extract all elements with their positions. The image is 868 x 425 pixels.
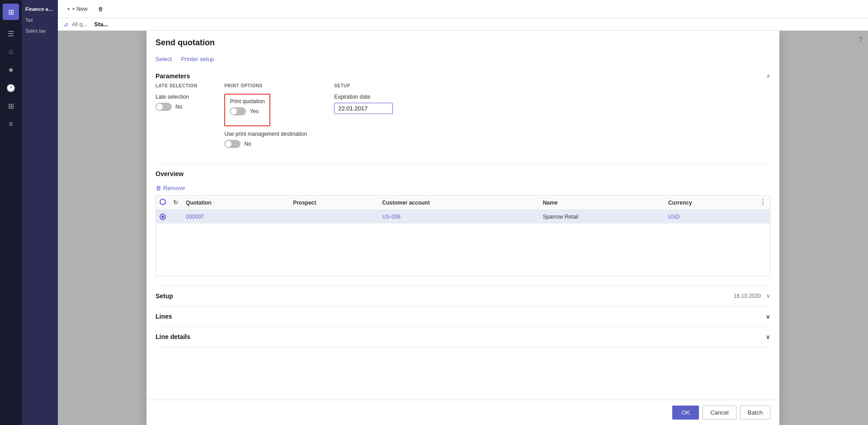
status-label: Sta... [90,21,108,28]
setup-param-group: SETUP Expiration date [334,83,393,154]
refresh-header-icon[interactable]: ↻ [173,199,178,206]
print-options-label: PRINT OPTIONS [224,83,307,88]
nav-recent[interactable]: 🕐 [3,80,19,96]
setup-chevron: ∨ [766,293,770,299]
lines-chevron: ∨ [766,313,770,320]
header-radio[interactable] [160,199,166,205]
table-row[interactable]: 000007 US-008 Sparrow Retail USD [156,210,770,224]
batch-button[interactable]: Batch [740,406,770,420]
quotation-sort-icon: ↑ [213,201,215,205]
row-extra [755,210,770,224]
col-customer-account[interactable]: Customer account [378,196,539,210]
overview-section-header[interactable]: Overview [156,164,770,181]
overview-table-wrapper: ↻ Quotation ↑ Prospect [156,195,770,277]
row-name-cell: Sparrow Retail [539,210,665,224]
nav-hamburger[interactable]: ☰ [3,25,19,42]
col-currency[interactable]: Currency [665,196,755,210]
page-area: ? Send quotation Select Printer setup Pa… [58,31,868,425]
modal-footer: OK Cancel Batch [146,400,779,425]
use-print-management-toggle-label: No [244,141,251,147]
quotation-col-label: Quotation [186,200,212,206]
setup-section-meta: 16.10.2020 ∨ [734,293,770,299]
ok-button[interactable]: OK [672,406,699,420]
tab-select[interactable]: Select [156,53,172,66]
late-selection-group: LATE SELECTION Late selection No [156,83,197,154]
line-details-section-header[interactable]: Line details ∨ [156,327,770,347]
column-options-icon[interactable]: ⋮ [759,199,766,206]
late-selection-toggle[interactable] [156,103,172,111]
print-quotation-box: Print quotation Yes [224,94,270,126]
col-select [156,196,170,210]
setup-date: 16.10.2020 [734,293,761,299]
expiration-date-label: Expiration date [334,94,393,100]
col-quotation[interactable]: Quotation ↑ [182,196,289,210]
parameters-title: Parameters [156,72,190,80]
plus-icon: + [67,6,70,12]
col-dots: ⋮ [755,196,770,210]
line-details-chevron: ∨ [766,334,770,340]
col-refresh: ↻ [170,196,182,210]
nav-list[interactable]: ≡ [3,116,19,132]
row-prospect-cell [289,210,378,224]
col-name[interactable]: Name [539,196,665,210]
row-currency-cell[interactable]: USD [665,210,755,224]
row-select-cell[interactable] [156,210,170,224]
sidebar-left: ⊞ ☰ ⌂ ★ 🕐 ⊞ ≡ [0,0,22,425]
cancel-button[interactable]: Cancel [703,406,736,420]
filter-all-label[interactable]: All q... [72,21,87,28]
delete-button[interactable]: 🗑 [94,4,107,14]
use-print-management-toggle[interactable] [224,140,241,148]
table-header-row: ↻ Quotation ↑ Prospect [156,196,770,210]
use-print-management-label: Use print management destination [224,131,307,137]
overview-section: Overview 🗑 Remove [156,164,770,286]
late-selection-row: Late selection No [156,94,197,111]
overview-table: ↻ Quotation ↑ Prospect [156,196,770,224]
module-title: Finance an... [22,4,58,14]
setup-section-header[interactable]: Setup 16.10.2020 ∨ [156,286,770,306]
help-icon[interactable]: ? [859,36,863,44]
row-quotation-cell[interactable]: 000007 [182,210,289,224]
setup-section-title: Setup [156,292,173,300]
col-prospect[interactable]: Prospect [289,196,378,210]
remove-icon: 🗑 [156,185,161,191]
sidebar-item-sales-tax[interactable]: Sales tax [22,25,58,36]
row-refresh-cell [170,210,182,224]
late-selection-toggle-label: No [175,104,182,110]
main-area: + + New 🗑 ⊿ All q... Sta... ? S [58,0,868,425]
late-selection-field-label: Late selection [156,94,197,100]
line-details-section-title: Line details [156,333,190,340]
setup-section: Setup 16.10.2020 ∨ [156,286,770,306]
print-quotation-toggle[interactable] [230,107,246,115]
overview-actions: 🗑 Remove [156,181,770,195]
parameters-grid: LATE SELECTION Late selection No [156,83,770,163]
filter-icon: ⊿ [63,21,68,28]
lines-section-title: Lines [156,313,172,320]
parameters-chevron: ∧ [766,73,770,79]
sidebar-item-tax[interactable]: Tax [22,14,58,25]
overview-table-area: 🗑 Remove [156,181,770,277]
modal-tabs: Select Printer setup [156,53,770,66]
row-radio[interactable] [160,214,166,220]
remove-button[interactable]: 🗑 Remove [156,185,185,191]
overview-title: Overview [156,170,184,177]
print-options-group: PRINT OPTIONS Print quotation Yes [224,83,307,154]
print-quotation-toggle-row: Yes [230,107,264,115]
new-button[interactable]: + + New [63,4,91,14]
print-quotation-field-label: Print quotation [230,98,264,105]
nav-home[interactable]: ⌂ [3,43,19,60]
use-print-management-toggle-row: No [224,140,307,148]
lines-section: Lines ∨ [156,306,770,327]
nav-modules[interactable]: ⊞ [3,98,19,114]
tab-printer-setup[interactable]: Printer setup [181,53,214,66]
modal-header: Send quotation Select Printer setup [146,31,779,66]
nav-favorites[interactable]: ★ [3,62,19,78]
parameters-section-header[interactable]: Parameters ∧ [156,66,770,83]
sidebar-module: Finance an... Tax Sales tax [22,0,58,425]
row-customer-account-cell[interactable]: US-008 [378,210,539,224]
remove-label: Remove [163,185,185,191]
modal-overlay: ? Send quotation Select Printer setup Pa… [58,31,868,425]
use-print-management-row: Use print management destination No [224,131,307,148]
expiration-date-input[interactable] [334,103,393,114]
lines-section-header[interactable]: Lines ∨ [156,306,770,326]
modal-title: Send quotation [156,38,770,48]
